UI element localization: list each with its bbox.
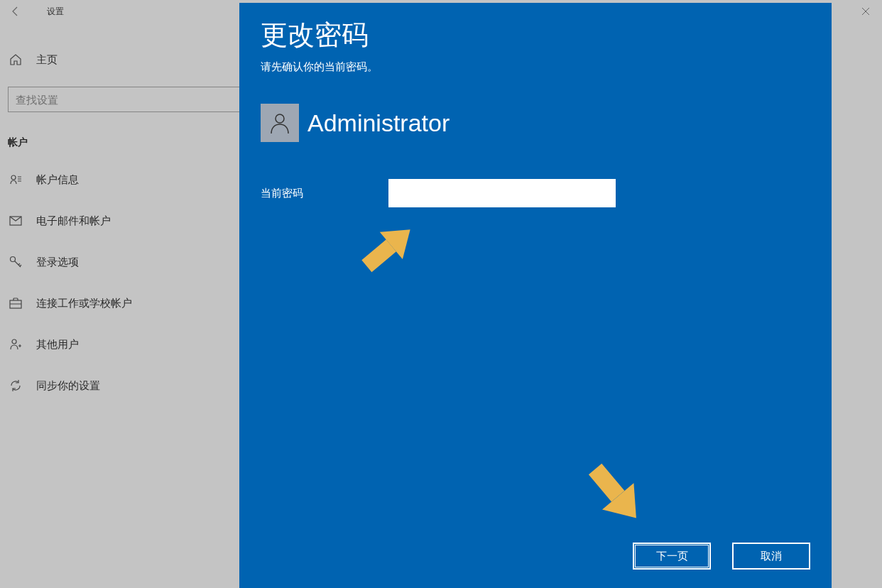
change-password-dialog: 更改密码 请先确认你的当前密码。 Administrator 当前密码 下一页 …	[239, 3, 832, 588]
user-name: Administrator	[307, 109, 450, 137]
svg-rect-6	[361, 239, 396, 272]
dialog-subtitle: 请先确认你的当前密码。	[261, 60, 810, 74]
dialog-title: 更改密码	[261, 17, 810, 53]
current-password-input[interactable]	[388, 179, 616, 207]
svg-rect-8	[589, 464, 625, 502]
settings-window: 设置 主页 帐户 帐户信息 电子邮件和帐户	[0, 0, 882, 588]
current-password-label: 当前密码	[261, 187, 388, 200]
cancel-button[interactable]: 取消	[732, 543, 810, 570]
password-field-row: 当前密码	[261, 179, 810, 207]
annotation-arrow-2	[570, 447, 662, 540]
next-button[interactable]: 下一页	[633, 543, 711, 570]
dialog-button-row: 下一页 取消	[633, 543, 810, 570]
svg-point-5	[276, 114, 284, 123]
person-icon	[268, 111, 292, 135]
svg-marker-9	[602, 483, 652, 531]
user-row: Administrator	[261, 104, 810, 142]
avatar	[261, 104, 299, 142]
svg-marker-7	[380, 216, 422, 259]
